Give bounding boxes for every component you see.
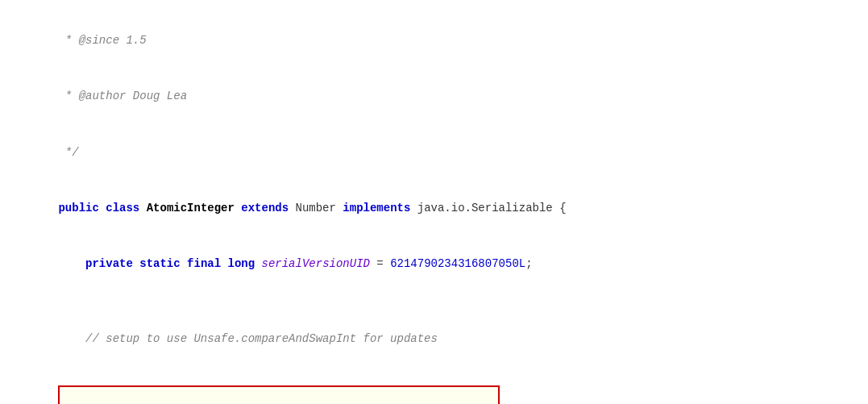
code-block: * @since 1.5 * @author Doug Lea */ publi…	[16, 13, 852, 404]
sp1	[133, 257, 139, 270]
comment-end: */	[58, 146, 78, 159]
sp4	[255, 257, 261, 270]
class-name: AtomicInteger	[147, 202, 235, 214]
var-serial: serialVersionUID	[262, 257, 370, 270]
code-editor: * @since 1.5 * @author Doug Lea */ publi…	[0, 0, 868, 404]
plain-space2	[139, 202, 146, 214]
unsafe-highlight-box: private static final Unsafe unsafe = Uns…	[58, 385, 500, 404]
line-author: * @author Doug Lea	[16, 69, 852, 124]
comment-since: * @since 1.5	[58, 34, 146, 47]
kw-class: class	[106, 202, 139, 214]
kw-static1: static	[139, 257, 180, 270]
kw-long1: long	[228, 257, 255, 270]
line-comment-setup: // setup to use Unsafe.compareAndSwapInt…	[16, 311, 852, 367]
line-serial: private static final long serialVersionU…	[16, 236, 852, 292]
sp5: =	[370, 257, 390, 270]
kw-implements: implements	[343, 202, 410, 214]
plain-number: Number	[289, 202, 343, 214]
comment-author: * @author Doug Lea	[58, 90, 187, 102]
line-blank1	[16, 292, 852, 310]
line-since: * @since 1.5	[16, 13, 852, 69]
comment-setup: // setup to use Unsafe.compareAndSwapInt…	[58, 332, 437, 345]
plain-space	[99, 202, 106, 214]
num-serial: 6214790234316807050L	[390, 257, 525, 270]
line-comment-end: */	[16, 125, 852, 181]
plain-serializable: java.io.Serializable {	[410, 202, 566, 214]
sp2	[181, 257, 187, 270]
kw-final1: final	[187, 257, 221, 270]
sp3	[221, 257, 227, 270]
kw-private1: private	[85, 257, 133, 270]
line-unsafe-highlighted: private static final Unsafe unsafe = Uns…	[16, 367, 852, 404]
indent1	[58, 257, 85, 270]
kw-public: public	[58, 202, 98, 214]
line-class-decl: public class AtomicInteger extends Numbe…	[16, 181, 852, 236]
kw-extends: extends	[241, 202, 289, 214]
semi1: ;	[525, 257, 532, 270]
